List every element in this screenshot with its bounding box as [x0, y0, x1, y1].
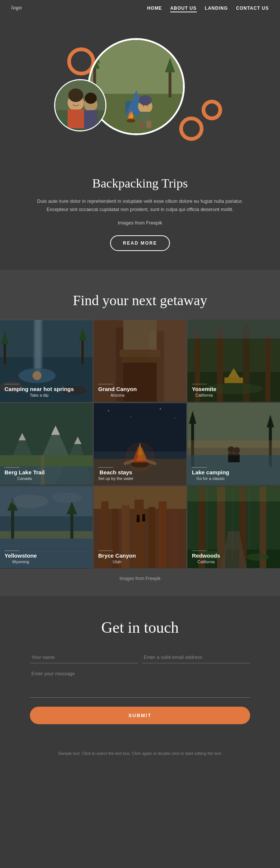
grid-item-info-1: Grand Canyon Arizona [98, 382, 137, 397]
grid-item-title-4: Beach stays [98, 469, 134, 475]
backpacking-description: Duis aute irure dolor in reprehenderit i… [30, 197, 250, 214]
grid-item-info-5: Lake camping Go for a classic [192, 466, 229, 481]
name-input[interactable] [30, 651, 138, 663]
grid-divider-8 [192, 551, 207, 551]
grid-divider-6 [4, 551, 19, 551]
hero-main-circle [88, 38, 185, 135]
grid-divider-5 [192, 467, 207, 468]
footer-note-text: Sample text. Click to select the text bo… [30, 750, 250, 757]
svg-rect-32 [35, 320, 41, 372]
destinations-grid: Camping near hot springs Take a dip [0, 320, 280, 568]
svg-rect-26 [84, 110, 97, 129]
grid-item-sub-3: Canada [4, 476, 45, 481]
grid-divider-7 [98, 551, 113, 551]
svg-point-24 [68, 89, 83, 102]
grid-item-title-5: Lake camping [192, 469, 229, 475]
svg-rect-23 [68, 109, 84, 128]
grid-item-title-7: Bryce Canyon [98, 552, 136, 559]
grid-item-info-6: Yellowstone Wyoming [4, 549, 37, 564]
hero-small-image [55, 80, 105, 130]
grid-item-sub-1: Arizona [98, 393, 137, 397]
hero-images [47, 27, 233, 154]
svg-point-83 [130, 416, 131, 417]
grid-item-sub-7: Utah [98, 559, 136, 564]
grid-divider-0 [4, 384, 19, 384]
grid-item-grand-canyon[interactable]: Grand Canyon Arizona [94, 320, 186, 402]
svg-point-122 [142, 514, 145, 517]
svg-point-106 [11, 495, 48, 508]
grid-images-credit: Images from Freepik [0, 576, 280, 581]
footer-note: Sample text. Click to select the text bo… [0, 743, 280, 768]
svg-rect-121 [137, 518, 140, 522]
message-textarea[interactable] [30, 668, 250, 698]
grid-item-title-8: Redwoods [192, 552, 220, 559]
grid-item-yosemite[interactable]: Yosemite California [187, 320, 280, 402]
contact-section: Get in touch SUBMIT [0, 596, 280, 743]
backpacking-section: Backpacking Trips Duis aute irure dolor … [0, 173, 280, 270]
nav-home[interactable]: HOME [147, 6, 162, 11]
logo: logo [11, 5, 22, 11]
svg-rect-56 [265, 335, 270, 402]
submit-button[interactable]: SUBMIT [30, 707, 250, 724]
email-input[interactable] [142, 651, 250, 663]
svg-point-85 [175, 418, 175, 419]
svg-point-13 [146, 105, 148, 106]
grid-item-title-6: Yellowstone [4, 552, 37, 559]
svg-rect-130 [187, 487, 280, 502]
decorative-ring-3 [202, 100, 222, 120]
grid-item-info-3: Berg Lake Trail Canada [4, 466, 45, 481]
contact-form: SUBMIT [30, 651, 250, 724]
backpacking-images-credit: Images from Freepik [30, 219, 250, 227]
grid-item-info-2: Yosemite California [192, 382, 217, 397]
nav-contact[interactable]: CONTACT US [236, 6, 269, 11]
svg-point-12 [143, 105, 144, 106]
grid-item-berg-lake[interactable]: Berg Lake Trail Canada [0, 403, 93, 485]
grid-item-sub-5: Go for a classic [192, 476, 229, 481]
read-more-button[interactable]: READ MORE [110, 235, 169, 251]
getaway-section: Find your next getaway [0, 270, 280, 596]
grid-item-sub-4: Set up by the water [98, 476, 134, 481]
svg-rect-97 [187, 440, 280, 455]
grid-item-title-1: Grand Canyon [98, 386, 137, 392]
svg-point-107 [52, 493, 81, 503]
svg-rect-14 [140, 123, 144, 129]
grid-item-sub-8: California [192, 559, 220, 564]
svg-rect-58 [224, 378, 243, 383]
hero-small-circle [54, 79, 106, 131]
grid-divider-2 [192, 384, 207, 384]
grid-item-bryce-canyon[interactable]: Bryce Canyon Utah [94, 486, 186, 568]
svg-rect-123 [142, 517, 145, 522]
navigation: logo HOME ABOUT US LANDING CONTACT US [0, 0, 280, 16]
grid-item-sub-0: Take a dip [4, 393, 74, 397]
svg-rect-135 [232, 487, 233, 561]
svg-rect-134 [206, 487, 208, 554]
grid-item-beach-stays[interactable]: Beach stays Set up by the water [94, 403, 186, 485]
svg-point-36 [32, 371, 41, 380]
nav-landing[interactable]: LANDING [205, 6, 228, 11]
grid-item-title-0: Camping near hot springs [4, 386, 74, 392]
nav-about[interactable]: ABOUT US [170, 6, 197, 12]
svg-rect-37 [4, 342, 6, 365]
decorative-ring-2 [179, 117, 203, 141]
backpacking-title: Backpacking Trips [30, 176, 250, 190]
grid-item-info-0: Camping near hot springs Take a dip [4, 382, 74, 397]
grid-item-sub-6: Wyoming [4, 559, 37, 564]
svg-point-133 [247, 554, 269, 561]
svg-rect-15 [146, 121, 151, 128]
svg-rect-102 [11, 509, 14, 539]
svg-rect-136 [249, 487, 251, 550]
getaway-title: Find your next getaway [0, 292, 280, 309]
svg-point-16 [127, 119, 135, 123]
grid-item-info-8: Redwoods California [192, 549, 220, 564]
svg-point-11 [139, 95, 152, 105]
grid-item-title-3: Berg Lake Trail [4, 469, 45, 475]
grid-item-yellowstone[interactable]: Yellowstone Wyoming [0, 486, 93, 568]
svg-rect-69 [0, 455, 93, 466]
svg-point-84 [160, 409, 161, 410]
svg-point-82 [108, 410, 109, 412]
grid-item-redwoods[interactable]: Redwoods California [187, 486, 280, 568]
nav-links: HOME ABOUT US LANDING CONTACT US [147, 4, 269, 11]
grid-item-camping-hotsprings[interactable]: Camping near hot springs Take a dip [0, 320, 93, 402]
svg-point-120 [137, 515, 140, 518]
grid-item-lake-camping[interactable]: Lake camping Go for a classic [187, 403, 280, 485]
